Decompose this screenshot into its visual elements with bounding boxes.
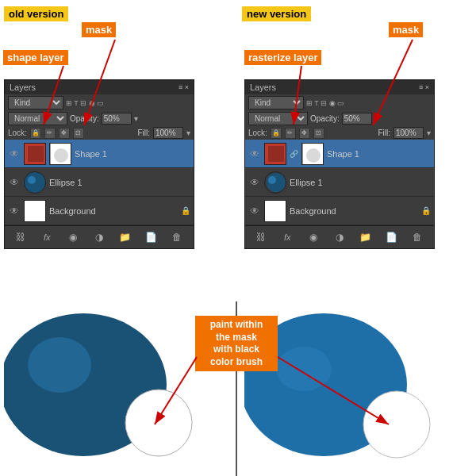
- mask-add-icon-left[interactable]: ◉: [65, 229, 81, 245]
- search-row-left: Kind ⊞ T ⊟ ◉ ▭: [5, 94, 194, 111]
- layer-name-bg-right: Background: [290, 206, 418, 216]
- link-icon-right[interactable]: ⛓: [253, 229, 269, 245]
- layer-row-ellipse1-left[interactable]: 👁 Ellipse 1: [5, 168, 194, 197]
- rasterize-layer-label: rasterize layer: [244, 50, 321, 65]
- new-layer-icon-left[interactable]: 📄: [144, 229, 159, 245]
- svg-point-19: [363, 391, 430, 458]
- svg-point-5: [28, 176, 36, 184]
- layer-thumb-bg-right: [264, 200, 286, 222]
- layer-name-ellipse1-left: Ellipse 1: [49, 178, 190, 187]
- opacity-input-right[interactable]: [342, 113, 372, 125]
- eye-bg-left[interactable]: 👁: [8, 205, 21, 217]
- layer-name-bg-left: Background: [49, 206, 178, 216]
- chain-link-right: 🔗: [290, 150, 298, 158]
- mask-label-right: mask: [389, 22, 423, 37]
- fill-input-left[interactable]: [153, 127, 183, 139]
- fx-icon-right[interactable]: fx: [279, 229, 295, 245]
- svg-point-14: [28, 337, 91, 393]
- layer-name-ellipse1-right: Ellipse 1: [290, 178, 431, 187]
- eye-bg-right[interactable]: 👁: [248, 205, 261, 217]
- layer-mask-shape1: [49, 143, 71, 165]
- panel-toolbar-left: ⛓ fx ◉ ◑ 📁 📄 🗑: [5, 225, 194, 248]
- blend-mode-select-left[interactable]: Normal: [8, 112, 67, 125]
- brush-icon-right[interactable]: ✏: [285, 128, 296, 139]
- layer-thumb-shape1-right: [264, 143, 286, 165]
- mask-add-icon-right[interactable]: ◉: [305, 229, 321, 245]
- layer-thumb-bg-left: [24, 200, 46, 222]
- opacity-input-left[interactable]: [102, 113, 132, 125]
- svg-point-18: [276, 347, 332, 391]
- layer-thumb-shape1: [24, 143, 46, 165]
- svg-point-9: [306, 148, 321, 163]
- right-layers-panel: Layers ≡ × Kind ⊞ T ⊟ ◉ ▭ Normal Opacity…: [244, 79, 435, 249]
- svg-rect-0: [28, 146, 44, 162]
- old-version-label: old version: [4, 6, 68, 21]
- mask-label-left: mask: [82, 22, 116, 37]
- folder-icon-left[interactable]: 📁: [117, 229, 133, 245]
- layer-name-shape1-left: Shape 1: [75, 149, 190, 159]
- lock-icon-right[interactable]: 🔒: [271, 128, 282, 139]
- blend-mode-select-right[interactable]: Normal: [248, 112, 308, 125]
- layer-row-bg-right[interactable]: 👁 Background 🔒: [245, 197, 434, 225]
- layer-row-shape1-left[interactable]: 👁 Shape 1: [5, 140, 194, 168]
- delete-icon-right[interactable]: 🗑: [409, 229, 425, 245]
- layer-mask-shape1-right: [301, 143, 324, 165]
- panel-toolbar-right: ⛓ fx ◉ ◑ 📁 📄 🗑: [245, 225, 434, 248]
- shape-layer-label: shape layer: [3, 50, 68, 65]
- svg-point-2: [54, 148, 68, 163]
- eye-ellipse1-right[interactable]: 👁: [248, 176, 261, 189]
- lock-row-right: Lock: 🔒 ✏ ✥ ⊡ Fill: ▾: [245, 126, 434, 140]
- lock-icon[interactable]: 🔒: [30, 128, 41, 139]
- adjustment-icon-left[interactable]: ◑: [91, 229, 107, 245]
- link-icon-left[interactable]: ⛓: [13, 229, 29, 245]
- new-version-label: new version: [242, 6, 311, 21]
- eye-shape1-right[interactable]: 👁: [248, 148, 261, 160]
- layer-row-bg-left[interactable]: 👁 Background 🔒: [5, 197, 194, 225]
- layer-name-shape1-right: Shape 1: [327, 149, 431, 159]
- lock-bg-left: 🔒: [181, 206, 190, 215]
- blend-opacity-row-right: Normal Opacity: ▾: [245, 111, 434, 126]
- lock2-icon[interactable]: ⊡: [73, 128, 84, 139]
- eye-shape1-left[interactable]: 👁: [8, 148, 21, 160]
- lock-row-left: Lock: 🔒 ✏ ✥ ⊡ Fill: ▾: [5, 126, 194, 140]
- blend-mode-left[interactable]: Kind: [8, 96, 63, 109]
- lock-bg-right: 🔒: [421, 206, 431, 215]
- svg-point-12: [268, 176, 276, 184]
- move-icon-right[interactable]: ✥: [299, 128, 310, 139]
- left-canvas: [4, 305, 202, 460]
- folder-icon-right[interactable]: 📁: [358, 229, 374, 245]
- svg-point-15: [125, 390, 192, 456]
- search-row-right: Kind ⊞ T ⊟ ◉ ▭: [245, 94, 434, 111]
- delete-icon-left[interactable]: 🗑: [169, 229, 185, 245]
- fx-icon-left[interactable]: fx: [39, 229, 55, 245]
- fill-input-right[interactable]: [393, 127, 424, 139]
- new-layer-icon-right[interactable]: 📄: [384, 229, 400, 245]
- eye-ellipse1-left[interactable]: 👁: [8, 176, 21, 189]
- layer-row-shape1-right[interactable]: 👁 🔗 Shape 1: [245, 140, 434, 168]
- paint-label: paint within the mask with black color b…: [195, 316, 278, 371]
- blend-mode-right[interactable]: Kind: [248, 96, 304, 109]
- move-icon[interactable]: ✥: [59, 128, 70, 139]
- layer-row-ellipse1-right[interactable]: 👁 Ellipse 1: [245, 168, 434, 197]
- panel-title-left: Layers ≡ ×: [5, 80, 194, 94]
- left-layers-panel: Layers ≡ × Kind ⊞ T ⊟ ◉ ▭ Normal Opacity…: [4, 79, 194, 249]
- layer-thumb-ellipse1-right: [264, 171, 286, 194]
- panel-title-right: Layers ≡ ×: [245, 80, 434, 94]
- brush-icon[interactable]: ✏: [44, 128, 56, 139]
- blend-opacity-row-left: Normal Opacity: ▾: [5, 111, 194, 126]
- lock2-icon-right[interactable]: ⊡: [313, 128, 324, 139]
- svg-rect-7: [268, 146, 284, 162]
- adjustment-icon-right[interactable]: ◑: [332, 229, 347, 245]
- layer-thumb-ellipse1: [24, 171, 46, 194]
